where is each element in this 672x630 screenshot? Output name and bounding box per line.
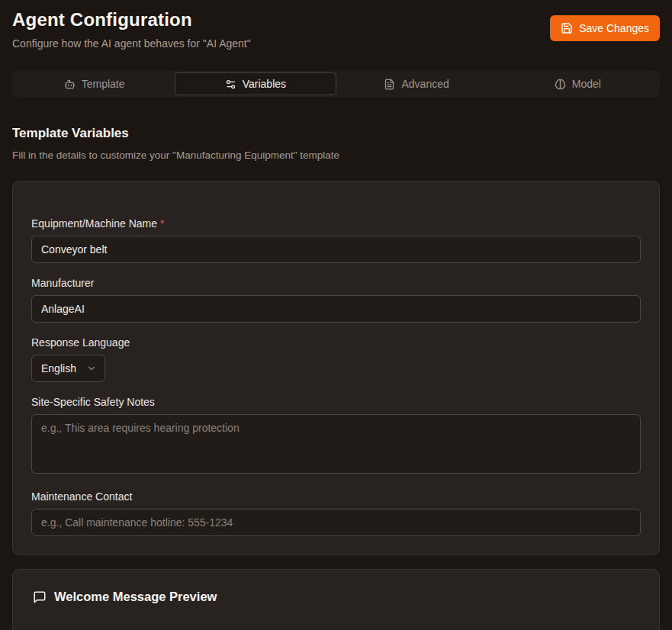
tab-label: Model — [572, 78, 601, 90]
field-safety-notes: Site-Specific Safety Notes — [31, 396, 641, 477]
response-language-select[interactable]: English — [31, 355, 105, 382]
tab-label: Advanced — [401, 78, 449, 90]
chevron-down-icon — [86, 363, 97, 374]
maintenance-contact-input[interactable] — [31, 509, 641, 536]
required-asterisk: * — [160, 217, 164, 230]
save-icon — [561, 22, 573, 34]
field-label: Equipment/Machine Name* — [31, 217, 641, 230]
tab-template[interactable]: Template — [14, 72, 175, 95]
field-label: Site-Specific Safety Notes — [31, 396, 641, 408]
field-label: Maintenance Contact — [31, 490, 641, 503]
tab-variables[interactable]: Variables — [175, 72, 336, 95]
field-label: Response Language — [31, 336, 641, 349]
section-heading: Template Variables — [12, 126, 660, 141]
template-variables-section: Template Variables Fill in the details t… — [12, 126, 660, 161]
preview-header: Welcome Message Preview — [33, 590, 639, 604]
tab-label: Variables — [243, 78, 286, 90]
equipment-name-input[interactable] — [31, 236, 641, 263]
save-button-label: Save Changes — [579, 22, 649, 34]
file-text-icon — [384, 79, 395, 90]
brain-icon — [555, 79, 566, 90]
field-manufacturer: Manufacturer — [31, 277, 641, 323]
safety-notes-textarea[interactable] — [31, 414, 641, 474]
field-equipment-name: Equipment/Machine Name* — [31, 217, 641, 263]
preview-heading: Welcome Message Preview — [54, 590, 217, 604]
sliders-icon — [225, 79, 236, 90]
save-changes-button[interactable]: Save Changes — [550, 15, 660, 41]
section-description: Fill in the details to customize your "M… — [12, 149, 660, 161]
bot-icon — [64, 79, 76, 90]
config-tabbar: Template Variables Advanced Model — [12, 71, 660, 97]
message-square-icon — [33, 590, 47, 604]
tab-model[interactable]: Model — [497, 72, 658, 95]
field-label: Manufacturer — [31, 277, 641, 289]
tab-label: Template — [82, 78, 125, 90]
variables-form-card: Equipment/Machine Name* Manufacturer Res… — [12, 181, 660, 555]
select-value: English — [41, 362, 76, 374]
page-header: Agent Configuration Configure how the AI… — [0, 0, 672, 50]
manufacturer-input[interactable] — [31, 295, 641, 323]
field-response-language: Response Language English — [31, 336, 641, 382]
tab-advanced[interactable]: Advanced — [336, 72, 497, 95]
welcome-message-preview-card: Welcome Message Preview — [12, 569, 660, 630]
field-maintenance-contact: Maintenance Contact — [31, 490, 641, 536]
